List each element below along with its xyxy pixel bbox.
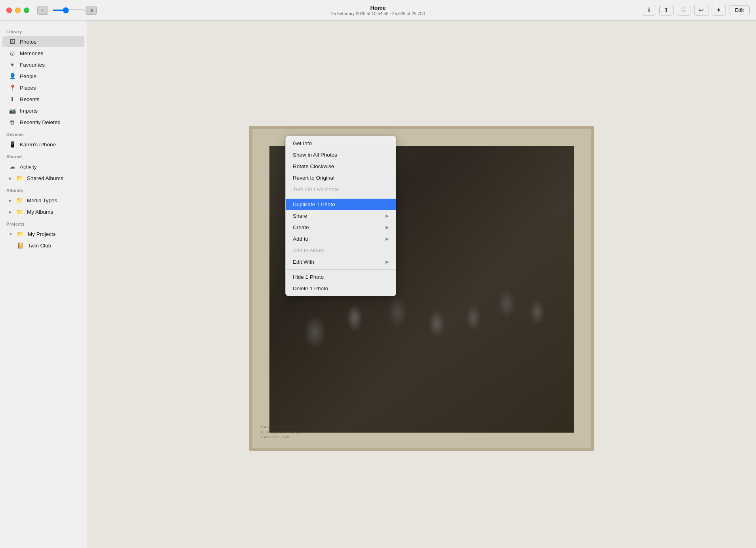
sidebar-item-my-albums-label: My Albums (27, 209, 78, 215)
sidebar-item-iphone-label: Karen's iPhone (20, 142, 78, 148)
sidebar-item-my-albums[interactable]: ▶ 📁 My Albums (2, 206, 84, 217)
menu-item-show-in-all-photos[interactable]: Show in All Photos (286, 149, 396, 161)
sidebar-item-shared-albums[interactable]: ▶ 📁 Shared Albums (2, 172, 84, 184)
favourites-icon: ♥ (9, 61, 16, 68)
grid-view-button[interactable]: ⊞ (86, 6, 97, 15)
sidebar-item-memories[interactable]: ◎ Memories (2, 48, 84, 59)
sidebar-item-my-projects-label: My Projects (28, 231, 78, 237)
menu-item-delete-1-photo-label: Delete 1 Photo (293, 285, 328, 291)
sidebar-item-favourites[interactable]: ♥ Favourites (2, 59, 84, 70)
titlebar: ‹ ⊞ Home 25 February 2020 at 10:54:58 · … (0, 0, 756, 21)
back-button[interactable]: ‹ (37, 6, 48, 15)
content-area: TULSE VALE PRESS 15 ST. ELSPETH ROAD, TU… (87, 21, 756, 548)
toolbar-actions: ℹ ⬆ ♡ ↩ ✦ Edit (642, 5, 750, 16)
minimize-button[interactable] (15, 8, 21, 13)
albums-section-label: Albums (0, 184, 87, 194)
sidebar-item-people-label: People (20, 73, 78, 79)
menu-item-hide-1-photo[interactable]: Hide 1 Photo (286, 271, 396, 283)
menu-item-rotate-clockwise[interactable]: Rotate Clockwise (286, 161, 396, 172)
menu-divider-2 (286, 269, 396, 270)
menu-item-turn-on-live-photo-label: Turn On Live Photo (293, 186, 339, 192)
menu-item-edit-with-label: Edit With (293, 259, 314, 265)
menu-item-add-to-album-label: Add to Album (293, 247, 325, 253)
share-icon: ⬆ (664, 6, 669, 14)
menu-item-hide-1-photo-label: Hide 1 Photo (293, 274, 324, 280)
sidebar-item-recently-deleted[interactable]: 🗑 Recently Deleted (2, 117, 84, 128)
sidebar-item-activity[interactable]: ☁ Activity (2, 161, 84, 172)
menu-item-get-info-label: Get Info (293, 140, 312, 146)
my-projects-icon: 📁 (17, 230, 24, 238)
menu-item-add-to-album: Add to Album (286, 245, 396, 256)
menu-item-show-in-all-photos-label: Show in All Photos (293, 152, 337, 158)
sidebar-item-karens-iphone[interactable]: 📱 Karen's iPhone (2, 139, 84, 150)
projects-section-label: Projects (0, 218, 87, 228)
caption-line2: 15 ST. ELSPETH ROAD, (260, 430, 300, 435)
devices-section-label: Devices (0, 128, 87, 138)
sidebar-item-my-projects[interactable]: ▼ 📁 My Projects (2, 228, 84, 240)
menu-item-revert-to-original-label: Revert to Original (293, 175, 334, 181)
sidebar-item-recents-label: Recents (20, 96, 78, 102)
caption-line3: TULSE HILL, S.W. (260, 435, 300, 440)
sidebar-item-activity-label: Activity (20, 164, 78, 170)
sidebar-item-people[interactable]: 👤 People (2, 71, 84, 82)
menu-item-revert-to-original[interactable]: Revert to Original (286, 172, 396, 184)
caption-line1: TULSE VALE PRESS (260, 425, 300, 430)
menu-item-add-to[interactable]: Add to ▶ (286, 233, 396, 245)
share-button[interactable]: ⬆ (659, 5, 674, 16)
recents-icon: ⬇ (9, 96, 16, 103)
magic-icon: ✦ (716, 6, 721, 14)
shared-section-label: Shared (0, 150, 87, 161)
shared-albums-icon: 📁 (16, 174, 23, 182)
magic-button[interactable]: ✦ (712, 5, 726, 16)
activity-icon: ☁ (9, 163, 16, 170)
heart-icon: ♡ (681, 6, 687, 14)
menu-item-edit-with[interactable]: Edit With ▶ (286, 256, 396, 268)
window-subtitle: 25 February 2020 at 10:54:58 · 25,625 of… (331, 11, 425, 16)
menu-item-share[interactable]: Share ▶ (286, 210, 396, 222)
menu-item-create[interactable]: Create ▶ (286, 222, 396, 233)
titlebar-center: Home 25 February 2020 at 10:54:58 · 25,6… (331, 5, 425, 16)
sidebar-item-photos[interactable]: 🖼 Photos (2, 36, 84, 47)
menu-item-share-label: Share (293, 213, 307, 219)
loop-button[interactable]: ↩ (694, 5, 708, 16)
sidebar-item-recently-deleted-label: Recently Deleted (20, 119, 78, 125)
sidebar-item-places[interactable]: 📍 Places (2, 82, 84, 93)
sidebar-item-memories-label: Memories (20, 50, 78, 56)
context-menu: Get Info Show in All Photos Rotate Clock… (285, 136, 396, 296)
menu-item-get-info[interactable]: Get Info (286, 138, 396, 149)
memories-icon: ◎ (9, 50, 16, 57)
sidebar-item-recents[interactable]: ⬇ Recents (2, 94, 84, 105)
maximize-button[interactable] (24, 8, 29, 13)
create-submenu-arrow: ▶ (386, 225, 389, 230)
menu-item-duplicate-1-photo-label: Duplicate 1 Photo (293, 201, 335, 207)
edit-button[interactable]: Edit (729, 5, 750, 15)
sidebar-item-twin-club-label: Twin Club (28, 243, 78, 249)
sidebar-item-media-types-label: Media Types (27, 197, 78, 203)
sidebar-item-twin-club[interactable]: 📔 Twin Club (2, 240, 84, 251)
favourite-button[interactable]: ♡ (677, 5, 691, 16)
share-submenu-arrow: ▶ (386, 213, 389, 218)
sidebar-item-photos-label: Photos (20, 39, 78, 45)
sidebar-item-media-types[interactable]: ▶ 📁 Media Types (2, 195, 84, 206)
sidebar-item-imports[interactable]: 📷 Imports (2, 105, 84, 116)
loop-icon: ↩ (699, 6, 704, 14)
my-projects-arrow: ▼ (9, 232, 13, 236)
places-icon: 📍 (9, 84, 16, 91)
sidebar-item-shared-albums-label: Shared Albums (27, 175, 78, 181)
photo-caption: TULSE VALE PRESS 15 ST. ELSPETH ROAD, TU… (260, 425, 300, 440)
zoom-slider[interactable] (52, 10, 84, 11)
menu-item-turn-on-live-photo: Turn On Live Photo (286, 184, 396, 195)
nav-buttons: ‹ (37, 6, 48, 15)
main-container: Library 🖼 Photos ◎ Memories ♥ Favourites… (0, 21, 756, 548)
sidebar: Library 🖼 Photos ◎ Memories ♥ Favourites… (0, 21, 87, 548)
close-button[interactable] (6, 8, 12, 13)
menu-item-duplicate-1-photo[interactable]: Duplicate 1 Photo (286, 199, 396, 210)
my-albums-arrow: ▶ (9, 210, 12, 214)
window-title: Home (331, 5, 425, 11)
sidebar-item-favourites-label: Favourites (20, 62, 78, 68)
shared-albums-arrow: ▶ (9, 176, 12, 180)
menu-item-delete-1-photo[interactable]: Delete 1 Photo (286, 283, 396, 294)
info-button[interactable]: ℹ (642, 5, 656, 16)
traffic-lights (6, 8, 29, 13)
twin-club-icon: 📔 (17, 242, 24, 249)
